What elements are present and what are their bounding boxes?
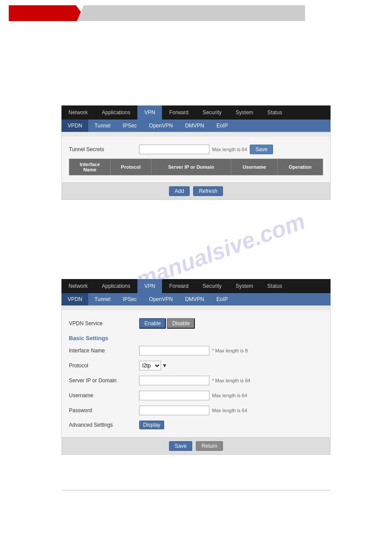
panel-body-2: VPDN Service Enable Disable Basic Settin… xyxy=(62,310,330,437)
col-interface-name: InterfaceName xyxy=(69,159,111,175)
save-button-2[interactable]: Save xyxy=(169,441,192,451)
nav-status-1[interactable]: Status xyxy=(260,105,289,120)
sub-nav-1: VPDN Tunnel IPSec OpenVPN DMVPN EoIP xyxy=(61,120,331,132)
nav-system-1[interactable]: System xyxy=(229,105,260,120)
tunnel-secrets-save-button[interactable]: Save xyxy=(250,145,273,154)
protocol-label: Protocol xyxy=(69,363,139,369)
password-label: Password xyxy=(69,407,139,414)
sub-nav-2: VPDN Tunnel IPSec OpenVPN DMVPN EoIP xyxy=(61,293,331,305)
nav-network-2[interactable]: Network xyxy=(61,279,95,293)
advanced-settings-row: Advanced Settings Display xyxy=(69,418,323,432)
nav-security-2[interactable]: Security xyxy=(195,279,228,293)
nav-forward-1[interactable]: Forward xyxy=(162,105,195,120)
username-row: Username Max length is 64 xyxy=(69,388,323,403)
interface-name-input[interactable] xyxy=(139,346,209,355)
tab-openvpn-2[interactable]: OpenVPN xyxy=(143,293,179,305)
interface-name-label: Interface Name xyxy=(69,348,139,354)
panel-header-1 xyxy=(62,132,330,137)
panel-1: Tunnel Secrets Max length is 64 Save Int… xyxy=(61,132,331,200)
nav-system-2[interactable]: System xyxy=(229,279,260,293)
basic-settings-title: Basic Settings xyxy=(69,335,323,341)
nav-bar-2: Network Applications VPN Forward Securit… xyxy=(61,279,331,293)
header xyxy=(0,0,392,26)
nav-security-1[interactable]: Security xyxy=(195,105,228,120)
tunnel-secrets-hint: Max length is 64 xyxy=(212,147,247,152)
tab-dmvpn-2[interactable]: DMVPN xyxy=(179,293,210,305)
password-hint: Max length is 64 xyxy=(212,408,247,413)
interface-name-hint: * Max length is 8 xyxy=(212,348,248,353)
username-label: Username xyxy=(69,392,139,399)
tunnel-secrets-input[interactable] xyxy=(139,145,209,154)
logo xyxy=(9,5,105,21)
panel-header-2 xyxy=(62,306,330,310)
server-ip-input[interactable] xyxy=(139,376,209,385)
nav-applications-1[interactable]: Applications xyxy=(95,105,137,120)
bottom-separator xyxy=(61,490,331,490)
nav-status-2[interactable]: Status xyxy=(260,279,289,293)
return-button[interactable]: Return xyxy=(196,441,223,451)
tab-ipsec-1[interactable]: IPSec xyxy=(117,120,143,132)
col-username: Username xyxy=(231,159,277,175)
tunnel-secrets-row: Tunnel Secrets Max length is 64 Save xyxy=(69,142,323,157)
panel-2: VPDN Service Enable Disable Basic Settin… xyxy=(61,305,331,455)
interface-name-row: Interface Name * Max length is 8 xyxy=(69,343,323,358)
nav-network-1[interactable]: Network xyxy=(61,105,95,120)
tunnel-secrets-label: Tunnel Secrets xyxy=(69,146,139,152)
tab-openvpn-1[interactable]: OpenVPN xyxy=(143,120,179,132)
action-bar-1: Add Refresh xyxy=(62,182,330,200)
col-protocol: Protocol xyxy=(111,159,151,175)
enable-button[interactable]: Enable xyxy=(139,318,166,329)
vpdn-service-label: VPDN Service xyxy=(69,320,139,326)
nav-forward-2[interactable]: Forward xyxy=(162,279,195,293)
nav-vpn-2[interactable]: VPN xyxy=(137,279,162,293)
server-ip-hint: * Max length is 64 xyxy=(212,378,250,383)
username-hint: Max length is 64 xyxy=(212,393,247,398)
password-input[interactable] xyxy=(139,406,209,415)
tab-vpdn-1[interactable]: VPDN xyxy=(61,120,88,132)
logo-gray xyxy=(77,5,305,21)
col-operation: Operation xyxy=(277,159,323,175)
refresh-button-1[interactable]: Refresh xyxy=(193,186,223,196)
server-ip-label: Server IP or Domain xyxy=(69,377,139,384)
panel-body-1: Tunnel Secrets Max length is 64 Save Int… xyxy=(62,137,330,182)
protocol-row: Protocol l2tp pptp ▼ xyxy=(69,358,323,373)
action-bar-2: Save Return xyxy=(62,437,330,454)
protocol-arrow: ▼ xyxy=(162,363,167,369)
tab-ipsec-2[interactable]: IPSec xyxy=(117,293,143,305)
tab-tunnel-2[interactable]: Tunnel xyxy=(88,293,116,305)
vpdn-table-1: InterfaceName Protocol Server IP or Doma… xyxy=(69,159,323,175)
nav-bar-1: Network Applications VPN Forward Securit… xyxy=(61,105,331,120)
tab-dmvpn-1[interactable]: DMVPN xyxy=(179,120,210,132)
username-input[interactable] xyxy=(139,391,209,400)
display-button[interactable]: Display xyxy=(139,421,164,429)
logo-red xyxy=(9,5,88,21)
protocol-select[interactable]: l2tp pptp xyxy=(139,361,161,370)
server-ip-row: Server IP or Domain * Max length is 64 xyxy=(69,373,323,388)
vpdn-service-row: VPDN Service Enable Disable xyxy=(69,316,323,331)
disable-button[interactable]: Disable xyxy=(167,318,195,329)
advanced-settings-label: Advanced Settings xyxy=(69,422,139,428)
col-server-ip: Server IP or Domain xyxy=(151,159,231,175)
password-row: Password Max length is 64 xyxy=(69,403,323,418)
tab-eoip-2[interactable]: EoIP xyxy=(210,293,234,305)
add-button-1[interactable]: Add xyxy=(169,186,190,196)
nav-applications-2[interactable]: Applications xyxy=(95,279,137,293)
tab-eoip-1[interactable]: EoIP xyxy=(210,120,234,132)
nav-vpn-1[interactable]: VPN xyxy=(137,105,162,120)
tab-tunnel-1[interactable]: Tunnel xyxy=(88,120,116,132)
tab-vpdn-2[interactable]: VPDN xyxy=(61,293,88,305)
